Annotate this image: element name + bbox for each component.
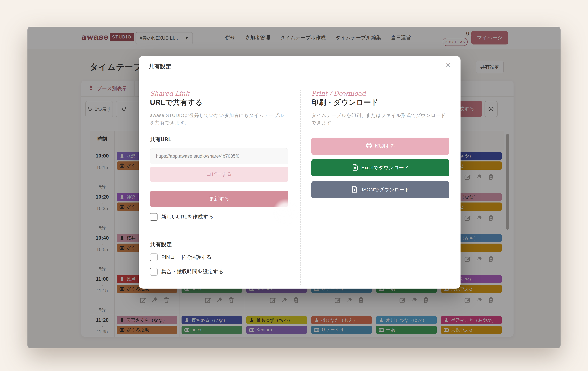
pin-checkbox-row: PINコードで保護する xyxy=(150,253,289,261)
excel-file-icon xyxy=(352,164,359,172)
app-window: awase STUDIO #春のNEXUS LI... ▼ 併せ 参加者管理 タ… xyxy=(27,27,561,348)
excel-download-button[interactable]: Excelでダウンロード xyxy=(311,159,449,176)
pin-checkbox[interactable] xyxy=(150,253,158,261)
modal-header: 共有設定 ✕ xyxy=(139,56,461,77)
print-button-label: 印刷する xyxy=(375,143,395,150)
share-url-description: awase.STUDIOに登録していない参加者にもタイムテーブルを共有できます。 xyxy=(150,112,289,127)
meeting-time-checkbox-label: 集合・撤収時間を設定する xyxy=(161,268,223,275)
column-divider xyxy=(300,90,301,285)
share-settings-heading: 共有設定 xyxy=(150,241,289,248)
meeting-time-checkbox-row: 集合・撤収時間を設定する xyxy=(150,268,289,275)
print-download-script: Print / Download xyxy=(311,90,449,97)
print-download-heading: 印刷・ダウンロード xyxy=(311,98,449,107)
modal-title: 共有設定 xyxy=(148,63,171,70)
share-url-heading: URLで共有する xyxy=(150,98,289,107)
pin-checkbox-label: PINコードで保護する xyxy=(161,254,212,261)
new-url-checkbox-label: 新しいURLを作成する xyxy=(161,213,213,220)
cursor-highlight xyxy=(273,198,299,225)
print-download-section: Print / Download 印刷・ダウンロード タイムテーブルを印刷、また… xyxy=(311,77,449,198)
copy-url-button[interactable]: コピーする xyxy=(150,167,288,182)
json-button-label: JSONでダウンロード xyxy=(361,186,410,193)
printer-icon xyxy=(366,142,372,150)
share-url-label: 共有URL xyxy=(150,136,289,143)
update-url-button[interactable]: 更新する xyxy=(150,191,288,207)
excel-button-label: Excelでダウンロード xyxy=(361,164,409,171)
print-download-description: タイムテーブルを印刷、またはファイル形式でダウンロードできます。 xyxy=(311,112,449,127)
meeting-time-checkbox[interactable] xyxy=(150,268,158,275)
json-file-icon xyxy=(351,186,358,194)
share-url-section: Shared Link URLで共有する awase.STUDIOに登録していな… xyxy=(150,77,289,275)
close-icon[interactable]: ✕ xyxy=(445,62,451,68)
share-url-input[interactable] xyxy=(150,148,288,164)
shared-link-script: Shared Link xyxy=(150,90,289,97)
new-url-checkbox[interactable] xyxy=(150,213,158,221)
share-settings-modal: 共有設定 ✕ Shared Link URLで共有する awase.STUDIO… xyxy=(139,56,461,289)
json-download-button[interactable]: JSONでダウンロード xyxy=(311,181,449,198)
new-url-checkbox-row: 新しいURLを作成する xyxy=(150,213,289,221)
print-button[interactable]: 印刷する xyxy=(311,138,449,155)
